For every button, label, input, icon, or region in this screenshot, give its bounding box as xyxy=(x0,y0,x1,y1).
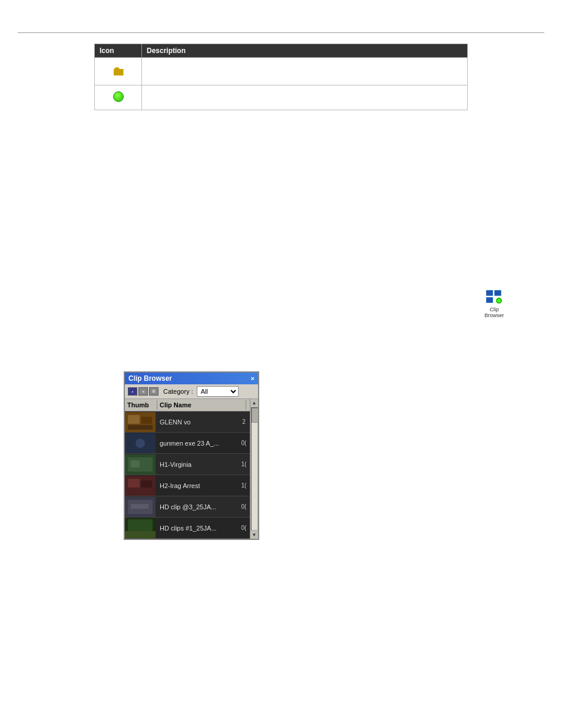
clip-count: 0( xyxy=(238,525,250,531)
svg-rect-3 xyxy=(495,291,501,295)
clip-thumbnail xyxy=(125,476,156,496)
svg-rect-23 xyxy=(131,504,148,509)
thumb-column-header: Thumb xyxy=(125,400,157,410)
clip-name: gunmen exe 23 A_... xyxy=(157,439,238,448)
svg-rect-20 xyxy=(141,480,152,487)
clip-browser-icon-label: Clip Browser xyxy=(484,307,504,318)
clip-count: 1( xyxy=(238,461,250,467)
clip-count: 0( xyxy=(238,503,250,510)
svg-point-14 xyxy=(135,439,145,448)
clip-browser-title: Clip Browser xyxy=(128,374,172,383)
clip-count: 0( xyxy=(238,440,250,446)
clip-browser-titlebar: Clip Browser × xyxy=(125,373,258,384)
view-mode-icon-1[interactable]: ▪ xyxy=(128,387,137,396)
clip-count: 1( xyxy=(238,482,250,489)
svg-rect-19 xyxy=(128,479,140,487)
clip-name: H2-Irag Arrest xyxy=(157,481,238,490)
scrollbar-thumb[interactable] xyxy=(252,408,259,423)
clip-list: GLENN vo 2 gunmen exe 23 A_... 0( H1-Vir… xyxy=(125,411,250,539)
svg-point-7 xyxy=(497,299,501,302)
clip-browser-toolbar: ▪ ≡ ⊞ Category : All Video Audio Graphic… xyxy=(125,384,258,399)
svg-rect-26 xyxy=(125,531,156,538)
category-select[interactable]: All Video Audio Graphics xyxy=(197,386,239,397)
svg-rect-10 xyxy=(141,417,152,424)
list-item[interactable]: H1-Virginia 1( xyxy=(125,454,250,475)
clip-browser-icon-svg xyxy=(485,289,504,305)
svg-rect-11 xyxy=(128,425,153,430)
list-item[interactable]: H2-Irag Arrest 1( xyxy=(125,475,250,496)
icon-reference-table: Icon Description 🖿 xyxy=(94,44,468,110)
folder-icon: 🖿 xyxy=(112,64,125,79)
icon-table-section: Icon Description 🖿 xyxy=(94,44,468,110)
scroll-up-button[interactable]: ▲ xyxy=(252,399,257,407)
svg-rect-1 xyxy=(487,291,492,295)
folder-icon-description xyxy=(142,58,468,85)
green-circle-icon xyxy=(113,91,124,102)
clip-rows: GLENN vo 2 gunmen exe 23 A_... 0( H1-Vir… xyxy=(125,411,250,539)
svg-rect-25 xyxy=(128,519,153,531)
list-item[interactable]: GLENN vo 2 xyxy=(125,411,250,433)
green-circle-cell xyxy=(95,85,142,110)
top-divider xyxy=(18,32,544,33)
folder-icon-cell: 🖿 xyxy=(95,58,142,85)
table-row xyxy=(95,85,468,110)
clip-name-column-header: Clip Name xyxy=(157,400,246,410)
svg-rect-9 xyxy=(128,415,140,424)
clip-count: 2 xyxy=(238,419,250,425)
clip-thumbnail xyxy=(125,412,156,432)
scrollbar-track xyxy=(251,407,258,531)
clip-name: HD clip @3_25JA... xyxy=(157,502,238,512)
close-button[interactable]: × xyxy=(251,375,254,382)
col-header-icon: Icon xyxy=(95,44,142,58)
clip-thumbnail xyxy=(125,454,156,475)
list-item[interactable]: HD clips #1_25JA... 0( xyxy=(125,518,250,539)
clip-list-header: Thumb Clip Name C xyxy=(125,399,258,411)
green-circle-description xyxy=(142,85,468,110)
clip-name: H1-Virginia xyxy=(157,460,238,469)
clip-name: GLENN vo xyxy=(157,417,238,427)
view-mode-icons: ▪ ≡ ⊞ xyxy=(128,387,158,396)
svg-rect-17 xyxy=(131,460,140,467)
col-header-description: Description xyxy=(142,44,468,58)
view-mode-icon-3[interactable]: ⊞ xyxy=(149,387,158,396)
svg-rect-5 xyxy=(487,298,492,302)
clip-thumbnail xyxy=(125,433,156,453)
table-row: 🖿 xyxy=(95,58,468,85)
list-item[interactable]: gunmen exe 23 A_... 0( xyxy=(125,433,250,454)
clip-browser-window: Clip Browser × ▪ ≡ ⊞ Category : All Vide… xyxy=(124,371,259,540)
scrollbar[interactable]: ▲ ▼ xyxy=(250,399,258,539)
clip-thumbnail xyxy=(125,497,156,517)
category-label: Category : xyxy=(163,388,193,395)
clip-list-container: Thumb Clip Name C GLENN vo 2 gunmen xyxy=(125,399,258,539)
list-item[interactable]: HD clip @3_25JA... 0( xyxy=(125,496,250,518)
scroll-down-button[interactable]: ▼ xyxy=(252,531,257,539)
clip-thumbnail xyxy=(125,518,156,538)
view-mode-icon-2[interactable]: ≡ xyxy=(138,387,148,396)
clip-name: HD clips #1_25JA... xyxy=(157,523,238,533)
clip-browser-toolbar-icon[interactable]: Clip Browser xyxy=(480,289,509,318)
